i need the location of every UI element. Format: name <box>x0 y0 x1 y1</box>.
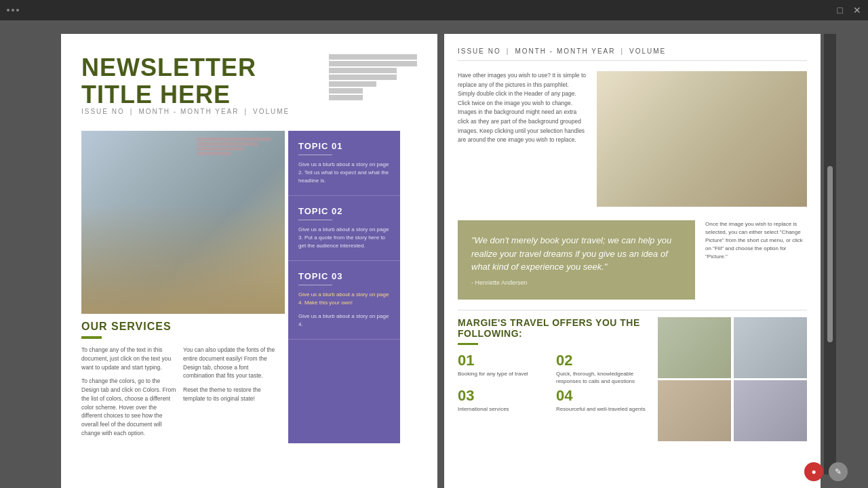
margie-text: MARGIE'S TRAVEL OFFERS YOU THE FOLLOWING… <box>458 317 651 441</box>
record-icon: ● <box>811 467 816 476</box>
stripe6 <box>329 88 363 94</box>
section-divider <box>458 310 807 310</box>
edit-button[interactable]: ✎ <box>829 462 848 481</box>
main-area: NEWSLETTER TITLE HERE ISSUE NO | MONTH -… <box>0 20 868 488</box>
left-sep2: | <box>244 108 248 115</box>
left-main-col: OUR SERVICES To change any of the text i… <box>81 131 285 443</box>
page-left: NEWSLETTER TITLE HERE ISSUE NO | MONTH -… <box>61 34 437 488</box>
quote-section: "We don't merely book your travel; we ca… <box>458 217 807 300</box>
margie-item03: 03 International services <box>458 388 553 413</box>
right-hero-image <box>597 71 807 207</box>
stripe7 <box>329 95 363 100</box>
margie-item04-text: Resourceful and well-traveled agents <box>556 405 651 413</box>
topic02-text: Give us a blurb about a story on page 3.… <box>298 226 390 250</box>
right-sep2: | <box>620 47 624 55</box>
left-month-year: MONTH - MONTH YEAR <box>138 108 239 115</box>
dot3 <box>16 9 19 12</box>
dot1 <box>7 9 9 12</box>
left-issue-line: ISSUE NO | MONTH - MONTH YEAR | VOLUME <box>81 108 290 115</box>
topic03-item: TOPIC 03 Give us a blurb about a story o… <box>288 261 400 340</box>
margie-item01-text: Booking for any type of travel <box>458 370 553 378</box>
left-volume: VOLUME <box>253 108 290 115</box>
right-issue-no: ISSUE NO <box>458 47 501 55</box>
right-header: ISSUE NO | MONTH - MONTH YEAR | VOLUME <box>458 47 807 61</box>
topic01-item: TOPIC 01 Give us a blurb about a story o… <box>288 131 400 196</box>
services-underline <box>81 336 102 339</box>
topic01-title: TOPIC 01 <box>298 141 390 151</box>
stripe5 <box>329 81 376 87</box>
topic03-divider <box>298 285 332 285</box>
hero-image <box>81 131 285 314</box>
title-bar-dots <box>7 9 19 12</box>
margie-img4 <box>734 380 807 441</box>
services-columns: To change any of the text in this docume… <box>81 346 278 443</box>
services-section: OUR SERVICES To change any of the text i… <box>81 321 285 443</box>
right-volume: VOLUME <box>629 47 666 55</box>
newsletter-title: NEWSLETTER TITLE HERE <box>81 54 290 108</box>
margie-img2 <box>734 317 807 378</box>
topic02-item: TOPIC 02 Give us a blurb about a story o… <box>288 196 400 261</box>
margie-item03-text: International services <box>458 405 553 413</box>
stripe2 <box>329 61 417 66</box>
topic01-text: Give us a blurb about a story on page 2.… <box>298 161 390 185</box>
header-stripes <box>329 54 417 100</box>
right-top: Have other images you wish to use? It is… <box>458 71 807 207</box>
services-col2: You can also update the fonts of the ent… <box>183 346 278 443</box>
right-sep1: | <box>507 47 510 55</box>
margie-images <box>658 317 807 441</box>
overlay-stripe3 <box>197 147 244 150</box>
header-graphic <box>329 54 417 108</box>
scrollbar-thumb[interactable] <box>827 166 833 342</box>
overlay-stripe2 <box>197 142 258 146</box>
left-issue-no: ISSUE NO <box>81 108 125 115</box>
margie-section: MARGIE'S TRAVEL OFFERS YOU THE FOLLOWING… <box>458 317 807 441</box>
hero-image-overlay <box>197 138 278 155</box>
margie-item02: 02 Quick, thorough, knowledgeable respon… <box>556 353 651 385</box>
edit-icon: ✎ <box>835 467 842 476</box>
services-title: OUR SERVICES <box>81 321 278 333</box>
services-col2-p1: You can also update the fonts of the ent… <box>183 346 278 380</box>
scrollbar-area[interactable] <box>824 34 836 474</box>
left-topics-col: TOPIC 01 Give us a blurb about a story o… <box>288 131 400 443</box>
right-intro-text: Have other images you wish to use? It is… <box>458 71 587 207</box>
margie-item04: 04 Resourceful and well-traveled agents <box>556 388 651 413</box>
margie-item04-num: 04 <box>556 388 651 403</box>
record-button[interactable]: ● <box>804 462 823 481</box>
right-month-year: MONTH - MONTH YEAR <box>515 47 615 55</box>
newsletter-title-line2: TITLE HERE <box>81 81 290 108</box>
topic03-text2: Give us a blurb about a story on page 4. <box>298 312 390 329</box>
overlay-stripe1 <box>197 138 271 141</box>
stripe3 <box>329 68 397 73</box>
topic01-divider <box>298 155 332 155</box>
quote-text: "We don't merely book your travel; we ca… <box>471 234 682 274</box>
margie-item02-text: Quick, thorough, knowledgeable responses… <box>556 370 651 385</box>
topic02-title: TOPIC 02 <box>298 206 390 216</box>
newsletter-title-line1: NEWSLETTER <box>81 54 290 81</box>
margie-underline <box>458 343 478 345</box>
page-right: ISSUE NO | MONTH - MONTH YEAR | VOLUME H… <box>444 34 821 488</box>
quote-box: "We don't merely book your travel; we ca… <box>458 220 695 300</box>
margie-item01-num: 01 <box>458 353 553 368</box>
quote-instructions: Once the image you wish to replace is se… <box>705 220 807 300</box>
stripe4 <box>329 75 397 80</box>
margie-img1 <box>658 317 731 378</box>
topic03-text1: Give us a blurb about a story on page 4.… <box>298 291 390 307</box>
minimize-button[interactable]: □ <box>837 5 843 16</box>
margie-item03-num: 03 <box>458 388 553 403</box>
services-col1-p1: To change any of the text in this docume… <box>81 346 176 371</box>
margie-item02-num: 02 <box>556 353 651 368</box>
services-col2-p2: Reset the theme to restore the template … <box>183 386 278 403</box>
stripe1 <box>329 54 417 60</box>
margie-img3 <box>658 380 731 441</box>
overlay-stripe4 <box>197 152 231 155</box>
margie-item01: 01 Booking for any type of travel <box>458 353 553 385</box>
title-bar: □ ✕ <box>0 0 868 20</box>
toolbar-bottom: ● ✎ <box>804 462 848 481</box>
newsletter-header: NEWSLETTER TITLE HERE ISSUE NO | MONTH -… <box>81 54 417 125</box>
left-sep1: | <box>130 108 134 115</box>
services-col1: To change any of the text in this docume… <box>81 346 176 443</box>
left-content: OUR SERVICES To change any of the text i… <box>81 131 417 443</box>
margie-items: 01 Booking for any type of travel 02 Qui… <box>458 353 651 413</box>
topic02-divider <box>298 220 332 220</box>
close-button[interactable]: ✕ <box>853 5 861 16</box>
